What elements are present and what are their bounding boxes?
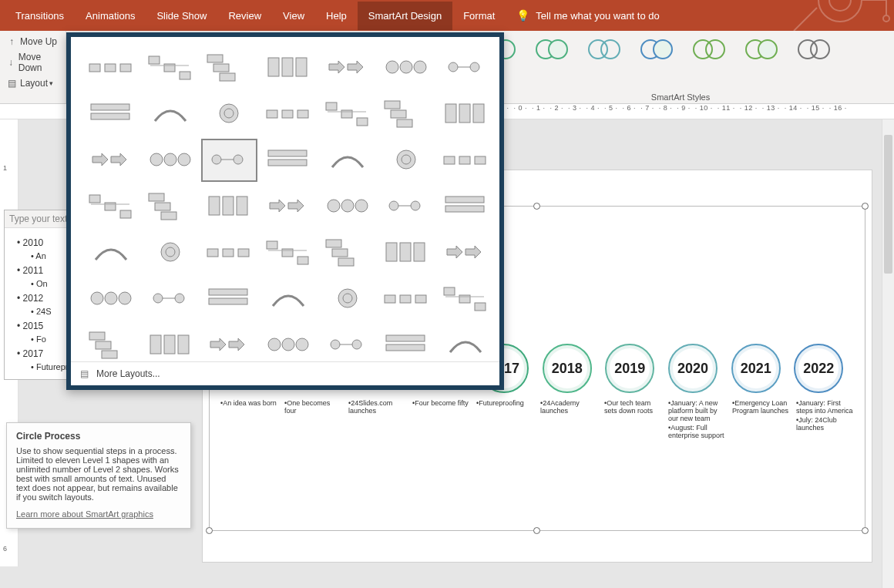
timeline-caption[interactable]: One becomes four [281, 399, 345, 441]
layout-thumbnail[interactable] [378, 92, 435, 136]
style-thumbnail[interactable] [795, 37, 834, 62]
move-up-button[interactable]: ↑ Move Up [3, 34, 62, 49]
style-thumbnail[interactable] [743, 37, 781, 62]
layout-thumbnail[interactable] [260, 277, 317, 321]
tab-view[interactable]: View [272, 2, 315, 30]
layout-thumbnail[interactable] [260, 185, 317, 228]
layout-thumbnail[interactable] [201, 185, 257, 228]
layout-thumbnail[interactable] [378, 185, 435, 228]
layout-thumbnail[interactable] [201, 231, 257, 274]
style-thumbnail[interactable] [638, 37, 677, 62]
timeline-node[interactable]: 2019 [605, 344, 668, 393]
layout-thumbnail[interactable] [83, 46, 139, 89]
layout-thumbnail[interactable] [260, 92, 317, 136]
timeline-caption[interactable]: An idea was born [217, 399, 281, 441]
layout-thumbnail[interactable] [260, 46, 317, 89]
layout-thumbnail[interactable] [378, 139, 435, 182]
layout-thumbnail[interactable] [437, 139, 493, 182]
style-thumbnail[interactable] [533, 37, 572, 62]
timeline-node[interactable]: 2020 [668, 344, 731, 393]
timeline-node[interactable]: 2021 [731, 344, 795, 393]
layout-thumbnail[interactable] [319, 46, 375, 89]
more-layouts-button[interactable]: ▤ More Layouts... [71, 361, 499, 385]
tab-review[interactable]: Review [217, 2, 272, 30]
layout-thumbnail[interactable] [143, 92, 199, 136]
layout-thumbnail[interactable] [143, 46, 199, 89]
layout-thumbnail[interactable] [201, 139, 257, 182]
layout-thumbnail[interactable] [201, 92, 257, 136]
timeline-caption[interactable]: Our tech team sets down roots [601, 399, 665, 441]
timeline-node[interactable]: 2022 [794, 344, 857, 393]
layout-thumbnail[interactable] [201, 324, 257, 361]
timeline-caption[interactable]: Emergency Loan Program launches [729, 399, 793, 441]
layout-thumbnail[interactable] [437, 231, 493, 274]
vertical-scrollbar[interactable] [882, 119, 894, 588]
timeline-caption[interactable]: 24Slides.com launches [345, 399, 409, 441]
layout-thumbnail[interactable] [143, 231, 199, 274]
svg-rect-65 [149, 193, 164, 201]
tab-format[interactable]: Format [452, 2, 506, 30]
layout-thumbnail[interactable] [437, 185, 493, 228]
resize-handle[interactable] [206, 527, 213, 534]
tab-transitions[interactable]: Transitions [5, 2, 75, 30]
style-thumbnail[interactable] [586, 37, 624, 62]
layout-thumbnail[interactable] [201, 46, 257, 89]
smartart-captions[interactable]: An idea was bornOne becomes four24Slides… [217, 399, 857, 441]
layout-thumbnail[interactable] [319, 92, 375, 136]
timeline-caption[interactable]: Four become fifty [409, 399, 473, 441]
tell-me-search[interactable]: 💡 Tell me what you want to do [516, 9, 659, 22]
timeline-caption[interactable]: January: First steps into AmericaJuly: 2… [793, 399, 857, 441]
layout-thumbnail[interactable] [143, 185, 199, 228]
resize-handle[interactable] [862, 527, 869, 534]
scrollbar-thumb[interactable] [884, 135, 892, 274]
layout-thumbnail[interactable] [143, 324, 199, 361]
layout-thumbnail[interactable] [437, 277, 493, 321]
layout-thumbnail[interactable] [437, 324, 493, 361]
layout-thumbnail[interactable] [378, 46, 435, 89]
layout-thumbnail[interactable] [319, 231, 375, 274]
layout-thumbnail[interactable] [83, 277, 139, 321]
layout-dropdown[interactable]: ▤ Layout ▾ [3, 76, 62, 91]
tab-help[interactable]: Help [315, 2, 358, 30]
style-thumbnail[interactable] [691, 37, 729, 62]
svg-point-10 [654, 40, 672, 59]
move-down-button[interactable]: ↓ Move Down [3, 49, 62, 76]
layout-thumbnail[interactable] [319, 139, 375, 182]
tab-smartart-design[interactable]: SmartArt Design [358, 2, 452, 30]
resize-handle[interactable] [533, 527, 540, 534]
layout-thumbnail[interactable] [83, 92, 139, 136]
layout-thumbnail[interactable] [378, 231, 435, 274]
layout-thumbnail[interactable] [83, 231, 139, 274]
layout-thumbnail[interactable] [319, 324, 375, 361]
layout-thumbnail[interactable] [83, 139, 139, 182]
layout-thumbnail[interactable] [260, 231, 317, 274]
timeline-caption[interactable]: 24Academy launches [537, 399, 601, 441]
layout-thumbnail[interactable] [319, 277, 375, 321]
tab-animations[interactable]: Animations [75, 2, 146, 30]
tooltip-learn-more-link[interactable]: Learn more about SmartArt graphics [16, 509, 181, 519]
ruler-tick: · 2 · [550, 104, 564, 112]
timeline-caption[interactable]: January: A new platform built by our new… [665, 399, 729, 441]
layout-thumbnail[interactable] [83, 324, 139, 361]
layout-thumbnail[interactable] [378, 277, 435, 321]
tab-slideshow[interactable]: Slide Show [146, 2, 217, 30]
layout-thumbnail[interactable] [143, 277, 199, 321]
layout-thumbnail[interactable] [319, 185, 375, 228]
smartart-timeline[interactable]: 2017 2018 2019 2020 2021 2022 [479, 344, 857, 398]
caption-line: Four become fifty [412, 399, 470, 407]
layout-thumbnail[interactable] [260, 324, 317, 361]
ruler-tick: · 15 · [807, 104, 825, 112]
layout-thumbnail[interactable] [378, 324, 435, 361]
timeline-node[interactable]: 2018 [543, 344, 606, 393]
resize-handle[interactable] [533, 203, 540, 210]
layout-thumbnail[interactable] [437, 92, 493, 136]
svg-rect-88 [338, 258, 354, 266]
layout-thumbnail[interactable] [143, 139, 199, 182]
svg-rect-97 [209, 289, 247, 295]
layout-thumbnail[interactable] [260, 139, 317, 182]
layout-thumbnail[interactable] [83, 185, 139, 228]
layout-thumbnail[interactable] [201, 277, 257, 321]
layout-thumbnail[interactable] [437, 46, 493, 89]
resize-handle[interactable] [862, 203, 869, 210]
timeline-caption[interactable]: Futureproofing [473, 399, 537, 441]
